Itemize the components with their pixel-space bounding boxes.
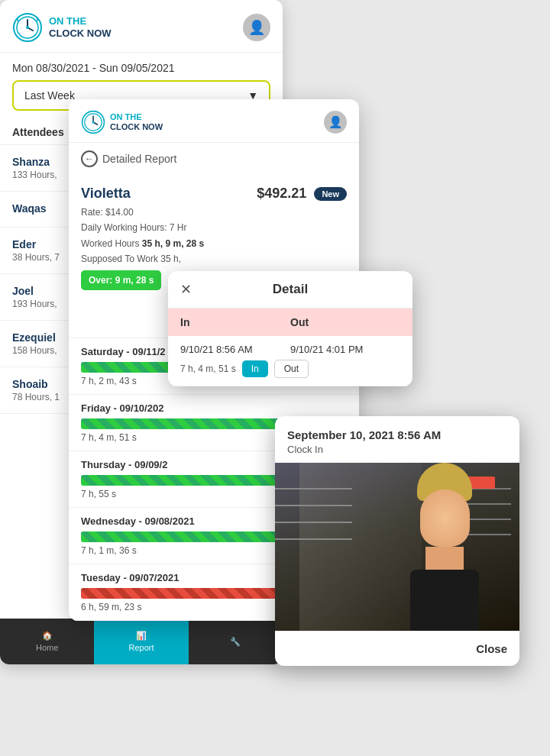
home-icon: 🏠 [42,631,53,641]
logo: ON THECLOCK NOW [12,12,112,43]
modal-avatar[interactable]: 👤 [324,111,347,134]
employee-name-row: Violetta $492.21 New [81,186,347,202]
photo-image [275,463,519,631]
rate-info: Rate: $14.00 [81,205,347,220]
app-header: ON THECLOCK NOW 👤 [0,0,283,53]
progress-bar-green [81,531,299,542]
detail-modal-title: Detail [273,282,308,297]
in-column-header: In [180,316,290,328]
app-logo-icon [12,12,43,43]
photo-modal-footer: Close [275,631,519,666]
left-shelves [275,488,361,622]
out-time: 9/10/21 4:01 PM [290,344,400,355]
progress-bar-green [81,475,293,486]
photo-datetime: September 10, 2021 8:56 AM [287,428,507,441]
back-button[interactable]: ← Detailed Report [69,143,359,175]
more-icon: 🔧 [230,637,241,647]
dropdown-label: Last Week [24,89,75,102]
svg-point-9 [92,121,94,123]
nav-item-report[interactable]: 📊 Report [94,619,188,664]
back-icon: ← [81,150,98,167]
progress-bar-red [81,588,288,599]
detail-actions: 7 h, 4 m, 51 s In Out [180,360,400,378]
supposed-work-info: Supposed To Work 35 h, [81,251,347,267]
new-badge: New [314,187,347,201]
modal-logo-text: ON THECLOCK NOW [110,112,163,132]
clock-in-photo [275,463,519,631]
in-time: 9/10/21 8:56 AM [180,344,290,355]
over-badge: Over: 9 m, 28 s [81,270,161,290]
employee-detail-name: Violetta [81,186,131,202]
photo-action: Clock In [287,444,507,455]
detail-row: 9/10/21 8:56 AM 9/10/21 4:01 PM 7 h, 4 m… [168,336,412,386]
duration-text: 7 h, 4 m, 51 s [180,363,236,374]
detail-modal-header: ✕ Detail [168,271,412,309]
photo-info-section: September 10, 2021 8:56 AM Clock In [275,416,519,463]
photo-modal: September 10, 2021 8:56 AM Clock In [275,416,519,666]
report-icon: 📊 [136,631,147,641]
person-figure [406,463,483,631]
nav-home-label: Home [36,643,58,652]
photo-close-button[interactable]: Close [476,642,507,655]
employee-total: $492.21 [257,186,306,202]
in-button[interactable]: In [242,360,268,377]
worked-hours-bold: 35 h, 9 m, 28 s [142,238,204,249]
daily-hours-info: Daily Working Hours: 7 Hr [81,220,347,235]
bottom-nav: 🏠 Home 📊 Report 🔧 [0,619,283,664]
day-label: Friday - 09/10/202 [81,402,347,414]
out-button[interactable]: Out [274,360,309,378]
modal-logo-icon [81,110,105,134]
close-icon[interactable]: ✕ [180,281,192,298]
detail-modal: ✕ Detail In Out 9/10/21 8:56 AM 9/10/21 … [168,271,412,386]
worked-hours-info: Worked Hours 35 h, 9 m, 28 s [81,236,347,251]
detail-column-headers: In Out [168,309,412,336]
nav-item-home[interactable]: 🏠 Home [0,631,94,652]
back-label: Detailed Report [102,153,176,165]
app-logo-text: ON THECLOCK NOW [49,15,112,39]
user-avatar[interactable]: 👤 [243,14,270,41]
date-range-label: Mon 08/30/2021 - Sun 09/05/2021 [0,53,283,80]
out-column-header: Out [290,316,400,328]
modal-logo: ON THECLOCK NOW [81,110,163,134]
svg-point-4 [26,26,29,29]
report-modal-header: ON THECLOCK NOW 👤 [69,99,359,143]
nav-report-label: Report [128,643,154,652]
nav-item-more[interactable]: 🔧 [189,637,283,647]
detail-times: 9/10/21 8:56 AM 9/10/21 4:01 PM [180,344,400,355]
